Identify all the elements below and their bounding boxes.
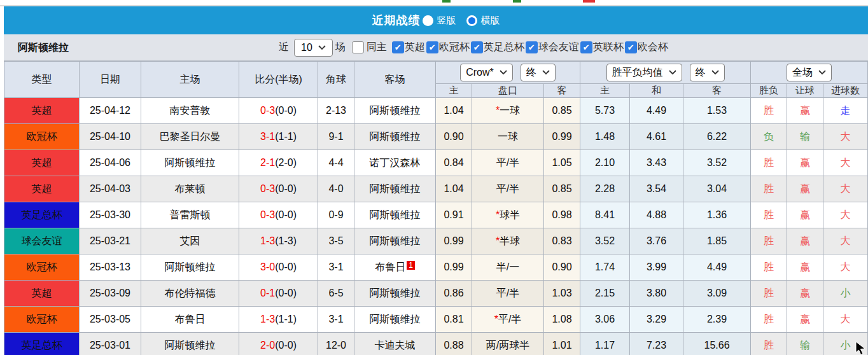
- odds-away: 0.85: [544, 98, 580, 124]
- mean-home: 1.74: [580, 254, 630, 281]
- chevron-down-icon: [818, 70, 826, 75]
- mean-source-dropdown[interactable]: 胜平负均值: [606, 64, 682, 81]
- filter-bar: 阿斯顿维拉 近 10 场 同主 ✔英超✔欧冠杯✔英足总杯✔球会友谊✔英联杯✔欧会…: [4, 34, 868, 61]
- full-time-score: 2-1: [260, 157, 275, 168]
- away-team: 阿斯顿维拉: [354, 228, 436, 254]
- recent-count-value: 10: [301, 41, 312, 54]
- competition-checkbox[interactable]: ✔: [580, 41, 592, 53]
- competition-label: 英超: [405, 41, 425, 54]
- result-outcome: 胜: [751, 176, 787, 202]
- layout-horizontal-radio[interactable]: [466, 15, 477, 26]
- odds-away: 0.83: [544, 228, 580, 254]
- odds-source-dropdown[interactable]: Crow*: [460, 64, 513, 81]
- type-badge: 英超: [4, 150, 80, 176]
- chevron-down-icon: [542, 70, 550, 75]
- clipped-mark: [513, 0, 521, 3]
- score-cell: 2-1(2-0): [239, 150, 318, 176]
- result-outcome: 胜: [751, 228, 787, 254]
- goals-outcome: 大: [823, 176, 868, 202]
- home-team: 阿斯顿维拉: [141, 254, 239, 281]
- odds-away: 1.08: [544, 307, 580, 333]
- mean-away: 3.52: [683, 150, 751, 176]
- away-team: 阿斯顿维拉: [354, 202, 436, 228]
- full-time-score: 3-1: [260, 131, 275, 142]
- layout-vertical-label[interactable]: 竖版: [437, 15, 456, 27]
- match-row: 英超25-04-06阿斯顿维拉2-1(2-0)4-4诺丁汉森林0.84平/半1.…: [4, 150, 868, 176]
- match-date: 25-04-03: [80, 176, 141, 202]
- handicap-line: 一球: [472, 124, 544, 150]
- handicap-line: 平/半: [472, 176, 544, 202]
- sub-header-goals: 进球数: [823, 84, 868, 98]
- mean-draw: 3.54: [630, 176, 683, 202]
- result-outcome: 胜: [751, 333, 787, 355]
- mean-home: 1.48: [580, 124, 630, 150]
- odds-time-dropdown[interactable]: 终: [521, 64, 556, 81]
- clipped-mark: [442, 0, 451, 3]
- handicap-line: 两/两球半: [472, 333, 544, 355]
- mean-away: 3.09: [683, 281, 751, 307]
- competition-checkbox[interactable]: ✔: [426, 41, 438, 53]
- odds-away: 0.99: [544, 124, 580, 150]
- match-row: 欧冠杯25-04-10巴黎圣日尔曼3-1(1-1)9-1阿斯顿维拉0.90一球0…: [4, 124, 868, 150]
- half-time-score: (0-0): [275, 340, 297, 351]
- score-cell: 3-0(0-0): [239, 254, 318, 281]
- odds-home: 0.81: [436, 307, 472, 333]
- mouse-cursor: [855, 342, 868, 355]
- mean-away: 6.22: [683, 124, 751, 150]
- goals-outcome: 大: [823, 228, 868, 254]
- competition-checkbox[interactable]: ✔: [471, 41, 483, 53]
- scope-dropdown[interactable]: 全场: [787, 64, 832, 81]
- result-outcome: 负: [751, 124, 787, 150]
- handicap-line: 平/半: [472, 150, 544, 176]
- competition-checkbox[interactable]: ✔: [392, 41, 404, 53]
- layout-horizontal-label[interactable]: 横版: [481, 15, 500, 27]
- away-team: 卡迪夫城: [354, 333, 436, 355]
- results-tbody: 英超25-04-12南安普敦0-3(0-0)2-13阿斯顿维拉1.04*一球0.…: [4, 98, 868, 355]
- odds-away: 1.01: [544, 333, 580, 355]
- mean-time-dropdown[interactable]: 终: [690, 64, 725, 81]
- handicap-outcome: 赢: [787, 176, 823, 202]
- away-team: 阿斯顿维拉: [354, 98, 436, 124]
- away-team: 布鲁日1: [354, 254, 436, 281]
- home-team: 巴黎圣日尔曼: [141, 124, 239, 150]
- corner-score: 9-1: [318, 124, 354, 150]
- mean-home: 8.41: [580, 202, 630, 228]
- odds-source-value: Crow*: [466, 66, 494, 79]
- mean-away: 1.85: [683, 228, 751, 254]
- page-title: 近期战绩: [372, 13, 421, 28]
- chevron-down-icon: [500, 70, 507, 75]
- home-team: 布莱顿: [141, 176, 239, 202]
- mean-away: 2.39: [683, 307, 751, 333]
- handicap-star: *: [496, 105, 500, 116]
- handicap-outcome: 赢: [787, 228, 823, 254]
- match-date: 25-03-13: [80, 254, 141, 281]
- handicap-star: *: [496, 235, 500, 246]
- layout-vertical-radio[interactable]: [423, 15, 433, 26]
- home-team: 布伦特福德: [141, 281, 239, 307]
- handicap-outcome: 赢: [787, 281, 823, 307]
- mean-draw: 4.88: [630, 202, 683, 228]
- competition-checkbox[interactable]: ✔: [526, 41, 538, 53]
- match-row: 欧冠杯25-03-05布鲁日1-3(1-1)3-1阿斯顿维拉0.81*平/半1.…: [4, 307, 868, 333]
- goals-outcome: 大: [823, 307, 868, 333]
- recent-count-select[interactable]: 10: [294, 39, 333, 57]
- col-header-home: 主场: [141, 62, 239, 98]
- type-badge: 英超: [4, 281, 80, 307]
- mean-time-value: 终: [696, 66, 706, 79]
- competition-checkbox[interactable]: ✔: [625, 41, 637, 53]
- match-date: 25-03-30: [80, 202, 141, 228]
- corner-score: 4-0: [318, 176, 354, 202]
- handicap-star: *: [494, 314, 498, 324]
- clipped-mark: [583, 0, 595, 3]
- chevron-down-icon: [669, 70, 676, 75]
- mean-draw: 3.80: [630, 281, 683, 307]
- half-time-score: (0-0): [275, 288, 297, 298]
- title-bar: 近期战绩 竖版 横版: [4, 6, 868, 34]
- match-date: 25-03-05: [80, 307, 141, 333]
- mean-home: 1.17: [580, 333, 630, 355]
- score-cell: 2-0(0-0): [239, 333, 318, 355]
- odds-home: 0.91: [436, 202, 472, 228]
- mean-home: 2.10: [580, 150, 630, 176]
- same-home-checkbox[interactable]: [352, 41, 364, 53]
- odds-home: 0.99: [436, 254, 472, 281]
